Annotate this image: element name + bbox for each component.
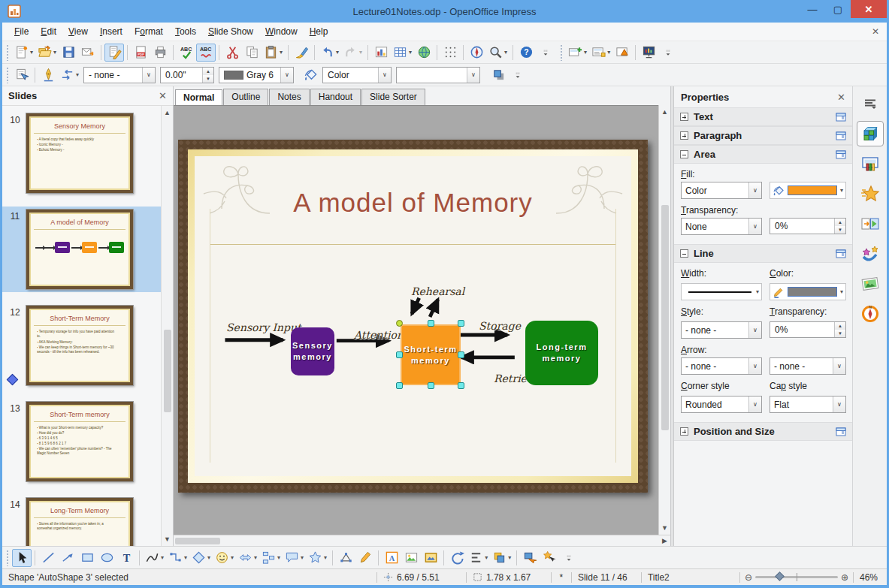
dropdown-arrow-icon[interactable]: ▾ — [607, 49, 610, 56]
edit-file-icon[interactable] — [104, 44, 124, 62]
fill-color-select[interactable]: ∨ — [396, 67, 480, 83]
dropdown-arrow-icon[interactable]: ▾ — [184, 554, 187, 561]
selection-handle[interactable] — [396, 382, 403, 389]
selection-handle[interactable] — [458, 320, 464, 327]
dropdown-arrow-icon[interactable]: ▾ — [409, 49, 412, 56]
rotate-icon[interactable] — [447, 549, 467, 567]
section-area[interactable]: Area — [674, 145, 852, 164]
master-pages-icon[interactable] — [857, 151, 884, 176]
spin-down-icon[interactable]: ▼ — [835, 226, 845, 234]
scrollbar-thumb[interactable] — [175, 538, 220, 544]
dialog-launcher-icon[interactable] — [836, 113, 846, 122]
selection-handle[interactable] — [428, 320, 434, 327]
draw-arrow-icon[interactable] — [58, 549, 77, 567]
dropdown-arrow-icon[interactable]: ∨ — [280, 68, 293, 83]
email-icon[interactable] — [78, 44, 98, 62]
slide-transition-icon[interactable] — [857, 211, 884, 237]
callout-shapes-icon[interactable]: ▾ — [283, 549, 306, 567]
dialog-launcher-icon[interactable] — [836, 249, 846, 258]
menu-item-window[interactable]: Window — [259, 24, 304, 39]
spin-up-icon[interactable]: ▲ — [835, 322, 845, 330]
zoom-icon[interactable]: ▾ — [486, 44, 510, 62]
line-style-select[interactable]: - none -∨ — [83, 67, 156, 83]
section-line[interactable]: Line — [674, 244, 852, 263]
format-paintbrush-icon[interactable] — [292, 44, 311, 62]
menu-item-tools[interactable]: Tools — [169, 24, 202, 39]
draw-line-icon[interactable] — [38, 549, 58, 567]
animation-effects-icon[interactable] — [857, 241, 884, 267]
maximize-button[interactable]: ▢ — [825, 0, 851, 18]
dialog-launcher-icon[interactable] — [836, 150, 846, 159]
dropdown-arrow-icon[interactable]: ▾ — [840, 288, 843, 295]
close-document-icon[interactable]: ✕ — [872, 26, 879, 37]
corner-style-select[interactable]: Rounded∨ — [681, 396, 762, 413]
toolbar-overflow-icon[interactable] — [658, 44, 678, 62]
slide-thumbnail-13[interactable]: 13Short-Term memoryWhat is your Short-te… — [2, 399, 161, 484]
slide-design-icon[interactable] — [612, 44, 632, 62]
dropdown-arrow-icon[interactable]: ▾ — [324, 554, 327, 561]
long-term-memory-box[interactable]: Long-termmemory — [525, 321, 598, 385]
expand-icon[interactable] — [680, 113, 688, 121]
new-document-icon[interactable]: ▾ — [12, 44, 35, 62]
scroll-down-icon[interactable]: ▼ — [164, 532, 171, 546]
dropdown-arrow-icon[interactable]: ▾ — [30, 49, 33, 56]
paste-icon[interactable]: ▾ — [262, 44, 285, 62]
zoom-out-icon[interactable]: ⊖ — [745, 572, 752, 583]
help-icon[interactable] — [516, 44, 536, 62]
dialog-launcher-icon[interactable] — [836, 131, 846, 140]
line-transparency-input[interactable]: 0% ▲▼ — [770, 321, 846, 338]
dropdown-arrow-icon[interactable]: ▾ — [207, 554, 210, 561]
scroll-up-icon[interactable]: ▲ — [661, 105, 668, 119]
slides-scrollbar[interactable]: ▲ ▼ — [161, 106, 173, 546]
area-style-icon[interactable] — [301, 66, 320, 84]
save-icon[interactable] — [59, 44, 78, 62]
block-arrows-icon[interactable]: ▾ — [236, 549, 259, 567]
insert-table-icon[interactable]: ▾ — [391, 44, 414, 62]
fill-type-select[interactable]: Color∨ — [322, 67, 392, 83]
open-icon[interactable]: ▾ — [35, 44, 59, 62]
toolbar-grip[interactable] — [6, 550, 10, 566]
gallery-photo-icon[interactable] — [857, 271, 884, 297]
slide-thumbnail-14[interactable]: 14Long-Term MemoryStores all the informa… — [2, 495, 161, 546]
section-paragraph[interactable]: Paragraph — [674, 126, 852, 145]
sidebar-menu-icon[interactable] — [857, 91, 884, 116]
menu-item-view[interactable]: View — [62, 24, 94, 39]
cut-icon[interactable] — [222, 44, 242, 62]
spellcheck-icon[interactable] — [177, 44, 196, 62]
thumbnail-image[interactable]: Short-Term MemoryTemporary storage for i… — [26, 306, 133, 385]
dropdown-arrow-icon[interactable]: ∨ — [467, 68, 479, 83]
dropdown-arrow-icon[interactable]: ▾ — [231, 554, 234, 561]
draw-connector-icon[interactable]: ▾ — [166, 549, 189, 567]
undo-icon[interactable]: ▾ — [318, 44, 341, 62]
slide-thumbnail-11[interactable]: 11A model of Memory — [2, 207, 161, 292]
dropdown-arrow-icon[interactable]: ∨ — [378, 68, 391, 83]
hyperlink-icon[interactable] — [414, 44, 434, 62]
label-attention[interactable]: Attention — [354, 329, 404, 341]
label-storage[interactable]: Storage — [479, 320, 521, 332]
thumbnail-image[interactable]: A model of Memory — [26, 210, 133, 289]
navigator-icon[interactable] — [467, 44, 486, 62]
section-position-size[interactable]: Position and Size — [674, 422, 852, 441]
dropdown-arrow-icon[interactable]: ▾ — [584, 49, 587, 56]
arrow-style-icon[interactable]: ▾ — [58, 66, 81, 84]
selection-handle[interactable] — [458, 351, 464, 358]
select-cursor-icon[interactable] — [12, 549, 32, 567]
export-pdf-icon[interactable] — [131, 44, 150, 62]
dropdown-arrow-icon[interactable]: ▾ — [508, 554, 511, 561]
toolbar-grip[interactable] — [6, 67, 10, 83]
zoom-percent[interactable]: 46% — [854, 572, 887, 583]
basic-shapes-icon[interactable]: ▾ — [189, 549, 213, 567]
expand-icon[interactable] — [680, 427, 688, 436]
redo-icon[interactable]: ▾ — [341, 44, 364, 62]
glue-points-icon[interactable] — [355, 549, 375, 567]
spin-up-icon[interactable]: ▲ — [203, 68, 213, 75]
dropdown-arrow-icon[interactable]: ▾ — [504, 49, 507, 56]
spin-up-icon[interactable]: ▲ — [835, 219, 845, 226]
slide-thumbnail-10[interactable]: 10Sensory MemoryA literal copy that fade… — [2, 110, 161, 196]
line-color-picker[interactable]: ▾ — [770, 283, 846, 300]
collapse-icon[interactable] — [680, 249, 688, 258]
page-pointer-icon[interactable] — [12, 66, 32, 84]
slide-thumbnail-12[interactable]: 12Short-Term MemoryTemporary storage for… — [2, 303, 161, 388]
menu-item-slide-show[interactable]: Slide Show — [202, 24, 259, 39]
draw-text-icon[interactable] — [116, 549, 136, 567]
